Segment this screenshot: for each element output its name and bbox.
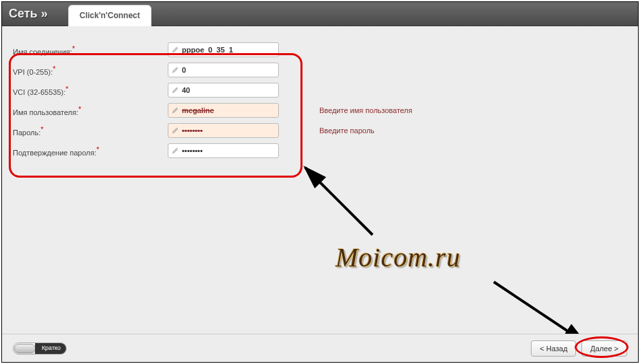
label-connection-name: Имя соединения:* xyxy=(13,44,168,56)
error-username: Введите имя пользователя xyxy=(319,106,412,114)
header-bar: Сеть » Click'n'Connect xyxy=(2,2,638,26)
toggle-knob xyxy=(14,344,36,353)
content-area: Имя соединения:* VPI (0-255):* VCI (32-6… xyxy=(2,26,638,362)
input-password-confirm-wrap[interactable] xyxy=(168,143,279,158)
row-username: Имя пользователя:* Введите имя пользоват… xyxy=(13,100,638,120)
row-connection-name: Имя соединения:* xyxy=(13,40,638,60)
label-password: Пароль:* xyxy=(13,125,168,137)
next-button[interactable]: Далее > xyxy=(581,340,627,357)
input-vci[interactable] xyxy=(182,86,276,94)
input-vci-wrap[interactable] xyxy=(168,83,279,98)
footer-bar: Кратко < Назад Далее > xyxy=(2,334,638,362)
pencil-icon xyxy=(171,147,179,155)
window-frame: Сеть » Click'n'Connect Имя соединения:* … xyxy=(1,1,639,363)
label-vpi: VPI (0-255):* xyxy=(13,65,168,76)
svg-line-0 xyxy=(305,168,373,235)
row-vci: VCI (32-65535):* xyxy=(13,80,638,100)
input-password-confirm[interactable] xyxy=(182,147,276,155)
error-password: Введите пароль xyxy=(319,126,375,135)
row-password: Пароль:* Введите пароль xyxy=(13,120,638,141)
input-vpi-wrap[interactable] xyxy=(168,63,279,77)
watermark: Moicom.ru xyxy=(335,242,461,273)
input-connection-name[interactable] xyxy=(182,46,276,54)
toggle-label: Кратко xyxy=(35,343,66,354)
input-password-wrap[interactable] xyxy=(168,123,279,138)
input-connection-name-wrap[interactable] xyxy=(168,42,279,57)
label-vci: VCI (32-65535):* xyxy=(13,85,168,96)
pencil-icon xyxy=(171,66,179,74)
input-username[interactable] xyxy=(182,106,276,114)
tab-click-n-connect[interactable]: Click'n'Connect xyxy=(68,5,152,26)
row-vpi: VPI (0-255):* xyxy=(13,60,638,80)
input-username-wrap[interactable] xyxy=(168,103,279,118)
pencil-icon xyxy=(171,86,179,94)
pencil-icon xyxy=(171,106,179,114)
input-password[interactable] xyxy=(182,126,276,135)
pencil-icon xyxy=(171,126,179,135)
pencil-icon xyxy=(171,46,179,54)
toggle-brief[interactable]: Кратко xyxy=(13,342,67,355)
label-password-confirm: Подтверждение пароля:* xyxy=(13,145,168,157)
row-password-confirm: Подтверждение пароля:* xyxy=(13,141,638,161)
label-username: Имя пользователя:* xyxy=(13,105,168,116)
back-button[interactable]: < Назад xyxy=(531,340,576,357)
annotation-arrow-1 xyxy=(298,161,379,242)
input-vpi[interactable] xyxy=(182,66,276,74)
